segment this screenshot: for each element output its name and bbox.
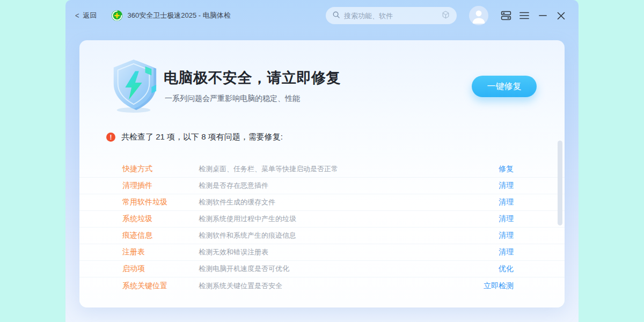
alert-icon [106, 133, 115, 142]
cube-icon[interactable] [441, 10, 450, 21]
back-label: 返回 [83, 11, 97, 20]
hero-subtitle: 一系列问题会严重影响电脑的稳定、性能 [165, 94, 300, 104]
issue-name: 清理插件 [122, 181, 199, 191]
issue-desc: 检测无效和错误注册表 [199, 247, 499, 257]
issue-row: 注册表 检测无效和错误注册表 清理 [79, 244, 565, 261]
issue-name: 系统关键位置 [122, 281, 199, 291]
check-summary: 共检查了 21 项，以下 8 项有问题，需要修复: [106, 132, 283, 142]
issue-action-link[interactable]: 修复 [499, 164, 514, 174]
issue-row: 启动项 检测电脑开机速度是否可优化 优化 [79, 261, 565, 277]
window-title: 360安全卫士极速2025 - 电脑体检 [128, 11, 231, 20]
issue-name: 系统垃圾 [122, 214, 199, 224]
issue-action-link[interactable]: 清理 [499, 231, 514, 240]
issue-desc: 检测系统关键位置是否安全 [199, 281, 484, 291]
back-chevron-icon: < [75, 11, 79, 20]
hamburger-menu-icon[interactable] [519, 10, 530, 21]
issue-desc: 检测是否存在恶意插件 [199, 181, 499, 191]
issue-name: 注册表 [122, 247, 199, 257]
issue-row: 系统垃圾 检测系统使用过程中产生的垃圾 清理 [79, 211, 565, 228]
minimize-icon[interactable] [537, 10, 548, 21]
issue-row: 清理插件 检测是否存在恶意插件 清理 [79, 178, 565, 194]
issue-action-link[interactable]: 清理 [499, 247, 514, 257]
360-logo-icon [111, 10, 123, 21]
issue-row: 常用软件垃圾 检测软件生成的缓存文件 清理 [79, 194, 565, 211]
shield-lightning-icon [107, 57, 160, 113]
issue-name: 常用软件垃圾 [122, 197, 199, 207]
issue-name: 痕迹信息 [122, 231, 199, 240]
close-icon[interactable] [555, 10, 566, 21]
user-avatar[interactable] [469, 6, 488, 25]
back-button[interactable]: < 返回 [75, 11, 97, 20]
hero-title: 电脑极不安全，请立即修复 [164, 68, 341, 87]
issue-action-link[interactable]: 清理 [499, 197, 514, 207]
issue-desc: 检测系统使用过程中产生的垃圾 [199, 214, 499, 224]
scrollbar-thumb[interactable] [558, 141, 562, 225]
issues-list: 快捷方式 检测桌面、任务栏、菜单等快捷启动是否正常 修复 清理插件 检测是否存在… [79, 161, 565, 294]
search-icon [332, 11, 340, 21]
issue-action-link[interactable]: 立即检测 [484, 281, 514, 291]
summary-text: 共检查了 21 项，以下 8 项有问题，需要修复: [121, 132, 283, 142]
issue-action-link[interactable]: 清理 [499, 181, 514, 191]
issue-row: 系统关键位置 检测系统关键位置是否安全 立即检测 [79, 277, 565, 294]
health-check-card: 电脑极不安全，请立即修复 一系列问题会严重影响电脑的稳定、性能 一键修复 共检查… [79, 40, 565, 308]
title-bar: < 返回 360安全卫士极速2025 - 电脑体检 [65, 0, 579, 31]
one-click-fix-button[interactable]: 一键修复 [472, 76, 537, 97]
issue-row: 痕迹信息 检测软件和系统产生的痕迹信息 清理 [79, 228, 565, 244]
app-window: < 返回 360安全卫士极速2025 - 电脑体检 [65, 0, 579, 322]
issue-desc: 检测电脑开机速度是否可优化 [199, 264, 499, 274]
issue-row: 快捷方式 检测桌面、任务栏、菜单等快捷启动是否正常 修复 [79, 161, 565, 178]
window-controls [501, 10, 566, 21]
issue-name: 启动项 [122, 264, 199, 274]
issue-desc: 检测软件和系统产生的痕迹信息 [199, 231, 499, 240]
search-box[interactable] [326, 7, 457, 24]
issue-action-link[interactable]: 清理 [499, 214, 514, 224]
issue-desc: 检测桌面、任务栏、菜单等快捷启动是否正常 [199, 164, 499, 174]
search-input[interactable] [344, 12, 441, 20]
mini-window-icon[interactable] [501, 10, 511, 21]
issue-name: 快捷方式 [122, 164, 199, 174]
issue-action-link[interactable]: 优化 [499, 264, 514, 274]
issue-desc: 检测软件生成的缓存文件 [199, 197, 499, 207]
